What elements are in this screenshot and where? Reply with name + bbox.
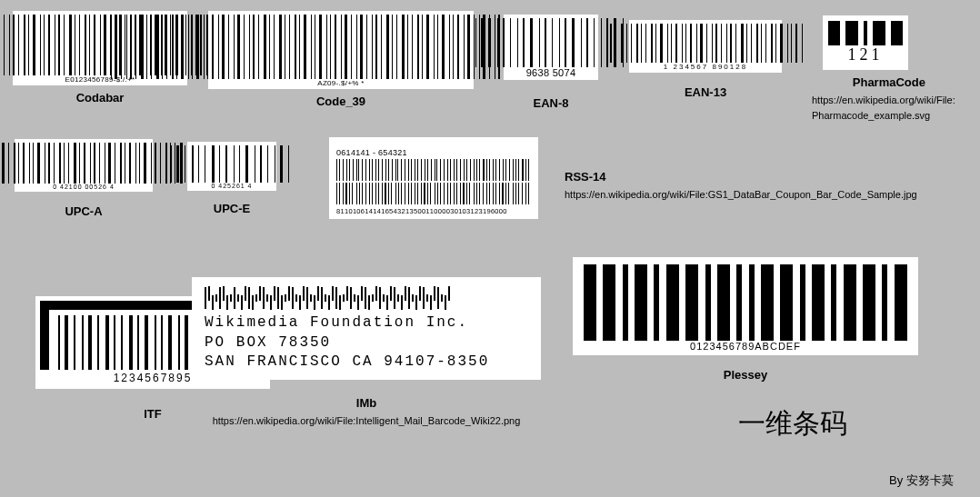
plessey-text: 0123456789ABCDEF bbox=[690, 341, 801, 352]
imb-label: IMb bbox=[192, 396, 541, 410]
code39-label: Code_39 bbox=[208, 94, 474, 108]
codabar-label: Codabar bbox=[13, 91, 187, 104]
imb-url: https://en.wikipedia.org/wiki/File:Intel… bbox=[192, 413, 541, 429]
ean13-text: 1 234567 890128 bbox=[664, 63, 747, 71]
pharmacode-url: https://en.wikipedia.org/wiki/File: Phar… bbox=[812, 93, 955, 123]
upce-text: 0 425261 4 bbox=[211, 183, 252, 189]
page-title: 一维条码 bbox=[738, 405, 847, 442]
code39-text: AZ09-.$/+% * bbox=[317, 79, 364, 87]
imb-line1: Wikimedia Foundation Inc. bbox=[205, 313, 528, 333]
barcode-imb: Wikimedia Foundation Inc. PO BOX 78350 S… bbox=[192, 277, 541, 428]
barcode-ean8: 9638 5074 EAN-8 bbox=[504, 15, 598, 110]
ean8-text: 9638 5074 bbox=[526, 67, 576, 78]
ean8-label: EAN-8 bbox=[504, 96, 598, 110]
barcode-plessey: 0123456789ABCDEF Plessey bbox=[573, 257, 918, 382]
pharmacode-label: PharmaCode bbox=[823, 75, 955, 89]
author-credit: By 安努卡莫 bbox=[889, 472, 954, 489]
barcode-upca: 0 42100 00526 4 UPC-A bbox=[15, 139, 153, 218]
upca-label: UPC-A bbox=[15, 204, 153, 218]
upce-label: UPC-E bbox=[187, 202, 276, 215]
barcode-ean13: 1 234567 890128 EAN-13 bbox=[629, 20, 782, 99]
ean13-label: EAN-13 bbox=[629, 85, 782, 99]
barcode-upce: 0 425261 4 UPC-E bbox=[187, 142, 276, 215]
pharmacode-text: 121 bbox=[848, 45, 884, 65]
barcode-pharmacode: 121 PharmaCode https://en.wikipedia.org/… bbox=[823, 15, 955, 123]
imb-line2: PO BOX 78350 bbox=[205, 333, 528, 353]
rss14-label: RSS-14 bbox=[565, 170, 917, 184]
rss14-url: https://en.wikipedia.org/wiki/File:GS1_D… bbox=[565, 187, 917, 203]
plessey-label: Plessey bbox=[573, 368, 918, 382]
barcode-code39: AZ09-.$/+% * Code_39 bbox=[208, 11, 474, 108]
upca-text: 0 42100 00526 4 bbox=[53, 184, 115, 190]
imb-line3: SAN FRANCISCO CA 94107-8350 bbox=[205, 353, 528, 373]
barcode-rss14: RSS-14 https://en.wikipedia.org/wiki/Fil… bbox=[565, 170, 917, 203]
barcode-stacked: 0614141 - 654321 81101061414165432135001… bbox=[329, 137, 538, 219]
stacked-digits: 8110106141416543213500110000301031231960… bbox=[336, 207, 507, 215]
stacked-numbers: 0614141 - 654321 bbox=[336, 148, 407, 157]
